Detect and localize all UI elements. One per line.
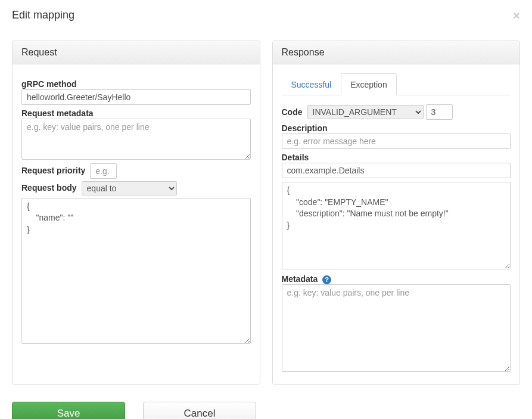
request-priority-input[interactable]: [90, 163, 117, 179]
response-tabs: Successful Exception: [282, 73, 511, 95]
tab-successful[interactable]: Successful: [282, 73, 341, 95]
request-priority-label: Request priority: [21, 166, 85, 175]
request-panel-title: Request: [13, 41, 260, 64]
grpc-method-label: gRPC method: [21, 79, 77, 89]
panels-container: Request gRPC method Request metadata Req…: [12, 41, 520, 385]
response-details-label: Details: [282, 153, 309, 162]
response-details-type-input[interactable]: [282, 163, 511, 178]
response-code-number-input[interactable]: [426, 104, 453, 120]
response-panel-body: Successful Exception Code INVALID_ARGUME…: [273, 64, 520, 384]
tab-exception[interactable]: Exception: [341, 73, 396, 95]
modal-header: Edit mapping ×: [12, 9, 520, 29]
grpc-method-input[interactable]: [21, 89, 251, 105]
response-code-label: Code: [282, 107, 303, 117]
response-description-input[interactable]: [282, 134, 511, 149]
modal-title: Edit mapping: [12, 9, 74, 21]
response-panel: Response Successful Exception Code INVAL…: [272, 41, 521, 385]
save-button[interactable]: Save: [12, 402, 125, 419]
response-description-label: Description: [282, 123, 328, 133]
request-body-textarea[interactable]: { "name": "" }: [21, 198, 251, 344]
response-panel-title: Response: [273, 41, 520, 64]
cancel-button[interactable]: Cancel: [143, 402, 256, 419]
close-icon[interactable]: ×: [513, 9, 520, 21]
footer-buttons: Save Cancel: [12, 402, 520, 419]
response-code-select[interactable]: INVALID_ARGUMENT: [307, 105, 424, 119]
request-body-label: Request body: [21, 183, 77, 193]
request-panel: Request gRPC method Request metadata Req…: [12, 41, 260, 385]
help-icon[interactable]: ?: [322, 275, 331, 284]
response-metadata-label: Metadata: [282, 274, 318, 284]
request-metadata-label: Request metadata: [21, 108, 94, 118]
request-metadata-textarea[interactable]: [21, 119, 251, 160]
response-metadata-textarea[interactable]: [282, 284, 511, 372]
request-panel-body: gRPC method Request metadata Request pri…: [13, 64, 260, 353]
request-body-mode-select[interactable]: equal to: [82, 181, 177, 195]
response-details-body-textarea[interactable]: { "code": "EMPTY_NAME" "description": "N…: [282, 182, 511, 269]
